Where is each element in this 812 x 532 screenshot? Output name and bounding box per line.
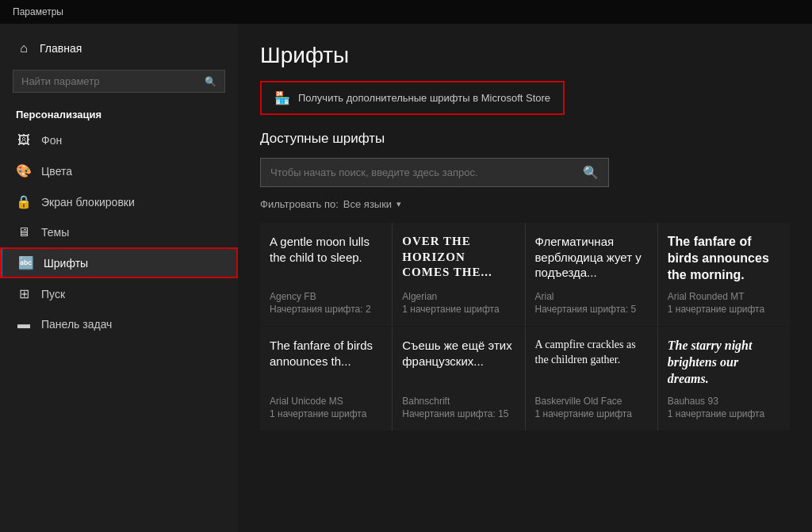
filter-row: Фильтровать по: Все языки ▾: [260, 198, 790, 210]
font-search-icon: 🔍: [583, 165, 599, 180]
main-layout: ⌂ Главная 🔍 Персонализация 🖼 Фон 🎨 Цвета…: [0, 24, 812, 532]
section-label: Персонализация: [0, 99, 238, 125]
start-icon: ⊞: [16, 286, 32, 301]
store-icon: 🏪: [274, 90, 290, 105]
font-grid-row1: A gentle moon lulls the child to sleep. …: [260, 223, 790, 326]
sidebar-item-start-label: Пуск: [41, 288, 65, 300]
search-box: 🔍: [13, 70, 225, 93]
sidebar-item-fonts-label: Шрифты: [44, 257, 88, 270]
font-name-4: Arial Unicode MS: [270, 396, 382, 407]
font-name-5: Bahnschrift: [402, 396, 515, 407]
sidebar-item-fonts[interactable]: 🔤 Шрифты: [0, 247, 238, 278]
font-preview-3: The fanfare of birds announces the morni…: [668, 234, 780, 283]
colors-icon: 🎨: [16, 163, 32, 178]
font-name-1: Algerian: [402, 291, 515, 302]
font-preview-0: A gentle moon lulls the child to sleep.: [270, 234, 382, 283]
font-preview-4: The fanfare of birds announces th...: [270, 338, 382, 387]
font-count-2: Начертания шрифта: 5: [535, 304, 648, 315]
sidebar-item-colors[interactable]: 🎨 Цвета: [0, 155, 238, 186]
font-count-7: 1 начертание шрифта: [668, 408, 780, 419]
sidebar-item-themes[interactable]: 🖥 Темы: [0, 217, 238, 247]
sidebar-item-lockscreen[interactable]: 🔒 Экран блокировки: [0, 186, 238, 217]
font-name-7: Bauhaus 93: [668, 396, 780, 407]
store-button-label: Получить дополнительные шрифты в Microso…: [298, 92, 550, 104]
home-label: Главная: [40, 42, 82, 55]
font-preview-2: Флегматичная верблюдица жует у подъезда.…: [535, 234, 648, 283]
font-name-6: Baskerville Old Face: [535, 396, 648, 407]
font-grid-row2: The fanfare of birds announces th... Ari…: [260, 327, 790, 430]
app-title: Параметры: [13, 6, 63, 17]
font-count-1: 1 начертание шрифта: [402, 304, 515, 315]
font-card-1[interactable]: OVER THE HORIZON COMES THE... Algerian 1…: [393, 223, 524, 326]
sidebar-item-lockscreen-label: Экран блокировки: [41, 196, 135, 209]
store-button[interactable]: 🏪 Получить дополнительные шрифты в Micro…: [260, 81, 565, 115]
sidebar-item-taskbar[interactable]: ▬ Панель задач: [0, 309, 238, 339]
font-preview-7: The starry night brightens our dreams.: [668, 338, 780, 387]
sidebar-item-background[interactable]: 🖼 Фон: [0, 125, 238, 155]
font-card-7[interactable]: The starry night brightens our dreams. B…: [658, 327, 790, 430]
home-icon: ⌂: [16, 41, 32, 55]
font-name-0: Agency FB: [270, 291, 382, 302]
sidebar-item-themes-label: Темы: [41, 226, 69, 239]
filter-label: Фильтровать по:: [260, 198, 339, 210]
font-card-6[interactable]: A campfire crackles as the children gath…: [526, 327, 657, 430]
font-count-4: 1 начертание шрифта: [270, 408, 382, 419]
fonts-icon: 🔤: [18, 255, 34, 270]
font-preview-5: Съешь же ещё этих французских...: [402, 338, 515, 387]
font-preview-1: OVER THE HORIZON COMES THE...: [402, 234, 515, 283]
font-preview-6: A campfire crackles as the children gath…: [535, 338, 648, 387]
chevron-down-icon[interactable]: ▾: [396, 199, 401, 209]
search-icon: 🔍: [205, 76, 216, 87]
font-card-2[interactable]: Флегматичная верблюдица жует у подъезда.…: [526, 223, 657, 326]
taskbar-icon: ▬: [16, 317, 32, 331]
font-card-4[interactable]: The fanfare of birds announces th... Ari…: [260, 327, 392, 430]
page-title: Шрифты: [260, 43, 790, 68]
font-card-5[interactable]: Съешь же ещё этих французских... Bahnsch…: [393, 327, 524, 430]
font-count-0: Начертания шрифта: 2: [270, 304, 382, 315]
font-count-6: 1 начертание шрифта: [535, 408, 648, 419]
filter-value[interactable]: Все языки: [343, 198, 392, 210]
font-name-2: Arial: [535, 291, 648, 302]
search-input[interactable]: [21, 75, 205, 87]
content-area: Шрифты 🏪 Получить дополнительные шрифты …: [238, 24, 812, 532]
available-fonts-title: Доступные шрифты: [260, 131, 790, 147]
font-search-input[interactable]: [270, 166, 583, 178]
nav-home[interactable]: ⌂ Главная: [0, 33, 238, 63]
background-icon: 🖼: [16, 133, 32, 147]
font-count-5: Начертания шрифта: 15: [402, 408, 515, 419]
title-bar: Параметры: [0, 0, 812, 24]
sidebar-item-start[interactable]: ⊞ Пуск: [0, 278, 238, 309]
themes-icon: 🖥: [16, 225, 32, 239]
sidebar-item-taskbar-label: Панель задач: [41, 318, 112, 331]
sidebar: ⌂ Главная 🔍 Персонализация 🖼 Фон 🎨 Цвета…: [0, 24, 238, 532]
font-count-3: 1 начертание шрифта: [668, 304, 780, 315]
lockscreen-icon: 🔒: [16, 194, 32, 209]
font-search-box: 🔍: [260, 158, 609, 187]
sidebar-item-background-label: Фон: [41, 134, 62, 147]
font-card-0[interactable]: A gentle moon lulls the child to sleep. …: [260, 223, 392, 326]
font-card-3[interactable]: The fanfare of birds announces the morni…: [658, 223, 790, 326]
font-name-3: Arial Rounded MT: [668, 291, 780, 302]
sidebar-item-colors-label: Цвета: [41, 165, 72, 178]
